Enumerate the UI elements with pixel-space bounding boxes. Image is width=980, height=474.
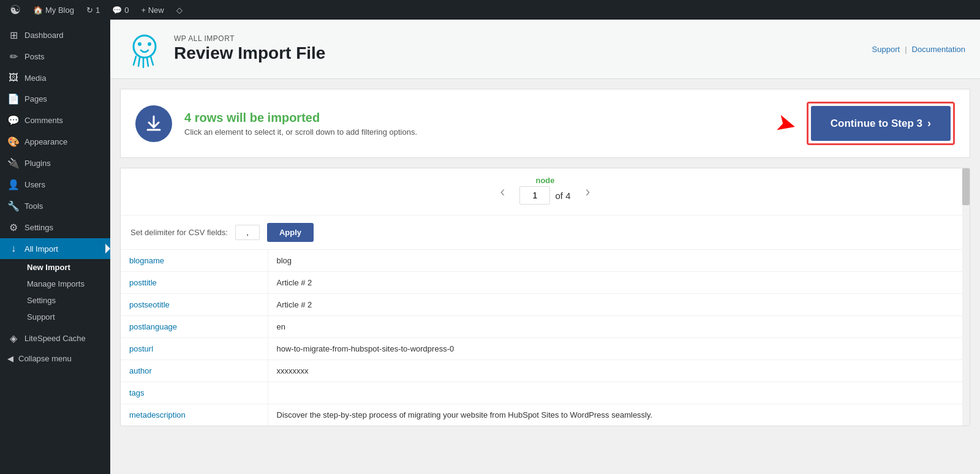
- sidebar-item-appearance[interactable]: 🎨 Appearance: [0, 131, 110, 152]
- rows-count-text: 4 rows will be imported: [184, 111, 417, 125]
- red-arrow-icon: ➤: [772, 107, 800, 140]
- field-name: posttitle: [121, 272, 268, 294]
- submenu-item-new-import[interactable]: New Import: [0, 259, 110, 276]
- submenu-item-manage-imports[interactable]: Manage Imports: [0, 276, 110, 292]
- submenu-item-settings[interactable]: Settings: [0, 292, 110, 309]
- svg-point-1: [138, 42, 141, 46]
- data-table: blogname blog posttitle Article # 2 post…: [121, 250, 970, 426]
- delimiter-row: Set delimiter for CSV fields: Apply: [121, 216, 970, 250]
- support-link[interactable]: Support: [872, 45, 900, 54]
- media-icon: 🖼: [7, 72, 20, 83]
- field-name: postseotitle: [121, 294, 268, 316]
- tools-icon: 🔧: [7, 200, 20, 212]
- sidebar-item-plugins[interactable]: 🔌 Plugins: [0, 152, 110, 174]
- info-banner: 4 rows will be imported Click an element…: [120, 89, 970, 158]
- pages-icon: 📄: [7, 93, 20, 105]
- sidebar-item-media[interactable]: 🖼 Media: [0, 67, 110, 88]
- node-page-of: of 4: [555, 190, 570, 201]
- sidebar-collapse[interactable]: ◀ Collapse menu: [0, 349, 110, 368]
- dashboard-icon: ⊞: [7, 29, 20, 41]
- site-name[interactable]: 🏠 My Blog: [28, 0, 79, 20]
- field-value: Article # 2: [268, 294, 970, 316]
- header-sep: |: [905, 45, 907, 54]
- table-row: blogname blog: [121, 250, 970, 272]
- svg-point-2: [148, 42, 151, 46]
- sidebar-item-comments[interactable]: 💬 Comments: [0, 110, 110, 131]
- sidebar-item-pages[interactable]: 📄 Pages: [0, 88, 110, 110]
- comments-item[interactable]: 💬 0: [107, 0, 134, 20]
- apply-button[interactable]: Apply: [267, 223, 314, 242]
- submenu-item-support[interactable]: Support: [0, 309, 110, 325]
- continue-step3-button[interactable]: Continue to Step 3 ›: [811, 106, 951, 141]
- documentation-link[interactable]: Documentation: [912, 45, 965, 54]
- all-import-submenu: New Import Manage Imports Settings Suppo…: [0, 259, 110, 325]
- updates-item[interactable]: ↻ 1: [81, 0, 105, 20]
- field-value: Article # 2: [268, 272, 970, 294]
- field-name: blogname: [121, 250, 268, 272]
- svg-point-0: [134, 36, 156, 58]
- sidebar-item-posts[interactable]: ✏ Posts: [0, 46, 110, 67]
- posts-icon: ✏: [7, 51, 20, 62]
- prev-node-button[interactable]: ‹: [495, 178, 510, 205]
- plugin-logo-icon: [125, 29, 164, 69]
- users-icon: 👤: [7, 179, 20, 190]
- comments-icon: 💬: [112, 6, 122, 15]
- banner-description: Click an element to select it, or scroll…: [184, 127, 417, 137]
- field-name: postlanguage: [121, 316, 268, 338]
- comments-menu-icon: 💬: [7, 115, 20, 126]
- table-row: author xxxxxxxx: [121, 360, 970, 382]
- field-value: [268, 382, 970, 404]
- plugin-header-links: Support | Documentation: [872, 45, 965, 54]
- node-label: node: [535, 176, 554, 185]
- sidebar-item-settings[interactable]: ⚙ Settings: [0, 217, 110, 238]
- table-row: metadescription Discover the step-by-ste…: [121, 404, 970, 426]
- table-row: posttitle Article # 2: [121, 272, 970, 294]
- delimiter-label: Set delimiter for CSV fields:: [130, 228, 228, 237]
- field-value: en: [268, 316, 970, 338]
- continue-area: ➤ Continue to Step 3 ›: [776, 102, 955, 145]
- updates-icon: ↻: [86, 6, 93, 15]
- home-icon: 🏠: [33, 6, 43, 15]
- field-name: author: [121, 360, 268, 382]
- plugin-header: WP ALL IMPORT Review Import File Support…: [110, 20, 980, 79]
- collapse-arrow-icon: ◀: [7, 354, 13, 363]
- field-name: posturl: [121, 338, 268, 360]
- all-import-icon: ↓: [7, 243, 20, 254]
- data-section: node ‹ of 4 › Set delimiter for CSV fiel…: [120, 168, 970, 426]
- table-row: tags: [121, 382, 970, 404]
- delimiter-input[interactable]: [235, 225, 260, 240]
- node-navigation: node ‹ of 4 ›: [121, 168, 970, 216]
- table-row: postlanguage en: [121, 316, 970, 338]
- sidebar-item-tools[interactable]: 🔧 Tools: [0, 195, 110, 217]
- admin-bar: ☯ 🏠 My Blog ↻ 1 💬 0 + New ◇: [0, 0, 980, 20]
- chevron-right-icon: ›: [927, 117, 931, 130]
- diamond-item[interactable]: ◇: [172, 0, 187, 20]
- main-content: WP ALL IMPORT Review Import File Support…: [110, 20, 980, 474]
- sidebar-item-users[interactable]: 👤 Users: [0, 174, 110, 195]
- appearance-icon: 🎨: [7, 136, 20, 148]
- new-item[interactable]: + New: [136, 0, 168, 20]
- next-node-button[interactable]: ›: [581, 178, 595, 205]
- field-name: metadescription: [121, 404, 268, 426]
- wp-logo[interactable]: ☯: [5, 0, 26, 20]
- field-value: how-to-migrate-from-hubspot-sites-to-wor…: [268, 338, 970, 360]
- sidebar-item-dashboard[interactable]: ⊞ Dashboard: [0, 24, 110, 46]
- table-row: posturl how-to-migrate-from-hubspot-site…: [121, 338, 970, 360]
- plugins-icon: 🔌: [7, 157, 20, 169]
- plugin-title: Review Import File: [174, 43, 325, 64]
- field-value: blog: [268, 250, 970, 272]
- sidebar-item-all-import[interactable]: ↓ All Import: [0, 238, 110, 259]
- sidebar: ⊞ Dashboard ✏ Posts 🖼 Media 📄 Pages 💬 Co…: [0, 20, 110, 474]
- sidebar-item-litespeed[interactable]: ◈ LiteSpeed Cache: [0, 328, 110, 349]
- table-row: postseotitle Article # 2: [121, 294, 970, 316]
- settings-icon: ⚙: [7, 222, 20, 233]
- field-value: Discover the step-by-step process of mig…: [268, 404, 970, 426]
- litespeed-icon: ◈: [7, 333, 20, 344]
- continue-btn-wrapper: Continue to Step 3 ›: [807, 102, 955, 145]
- field-name: tags: [121, 382, 268, 404]
- import-icon: [135, 105, 172, 142]
- node-page-input[interactable]: [519, 186, 550, 205]
- plugin-subtitle: WP ALL IMPORT: [174, 34, 325, 43]
- field-value: xxxxxxxx: [268, 360, 970, 382]
